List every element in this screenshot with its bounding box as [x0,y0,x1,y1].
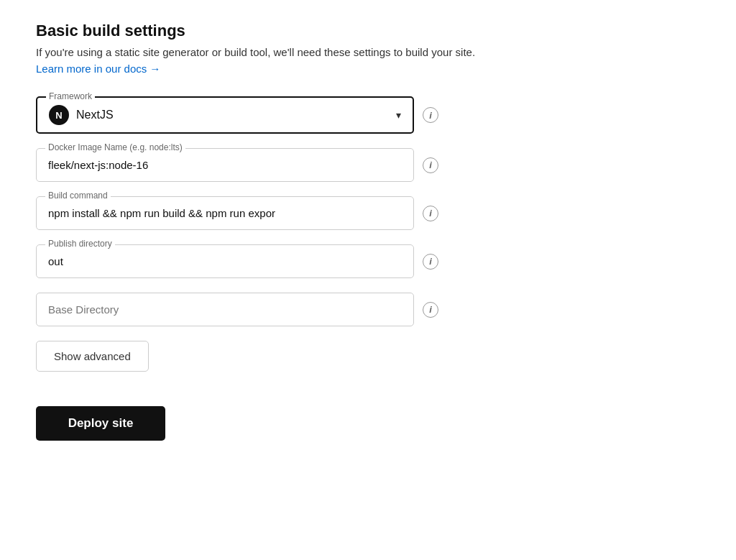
build-command-info-icon[interactable]: i [423,206,438,221]
build-command-input[interactable] [37,197,413,229]
docker-image-wrapper: Docker Image Name (e.g. node:lts) [36,148,414,182]
form-section: Framework N NextJS ▾ i Docker Image Name… [36,96,438,441]
docker-image-info-icon[interactable]: i [423,157,438,173]
show-advanced-container: Show advanced [36,341,438,389]
docs-link[interactable]: Learn more in our docs → [36,63,160,75]
docker-image-input[interactable] [37,149,413,181]
deploy-site-button[interactable]: Deploy site [36,406,165,441]
base-directory-info-icon[interactable]: i [423,302,438,318]
framework-select[interactable]: N NextJS ▾ [37,98,413,132]
chevron-down-icon: ▾ [396,109,401,121]
base-directory-input[interactable] [37,293,413,326]
framework-value: NextJS [76,109,396,121]
docs-link-arrow: → [150,63,160,75]
docker-image-field-group: Docker Image Name (e.g. node:lts) i [36,148,438,182]
build-command-wrapper: Build command [36,196,414,230]
page-subtitle: If you're using a static site generator … [36,46,700,58]
docs-link-text: Learn more in our docs [36,63,147,75]
publish-directory-info-icon[interactable]: i [423,254,438,270]
deploy-container: Deploy site [36,406,438,441]
framework-icon: N [49,105,69,125]
show-advanced-button[interactable]: Show advanced [36,341,149,372]
base-directory-field-group: i [36,293,438,326]
framework-field-group: Framework N NextJS ▾ i [36,96,438,134]
base-directory-wrapper [36,293,414,326]
publish-directory-field-group: Publish directory i [36,244,438,278]
publish-directory-input[interactable] [37,245,413,277]
publish-directory-wrapper: Publish directory [36,244,414,278]
build-command-field-group: Build command i [36,196,438,230]
page-title: Basic build settings [36,22,700,40]
framework-select-wrapper[interactable]: Framework N NextJS ▾ [36,96,414,134]
framework-info-icon[interactable]: i [423,107,438,123]
page-container: Basic build settings If you're using a s… [36,22,700,441]
